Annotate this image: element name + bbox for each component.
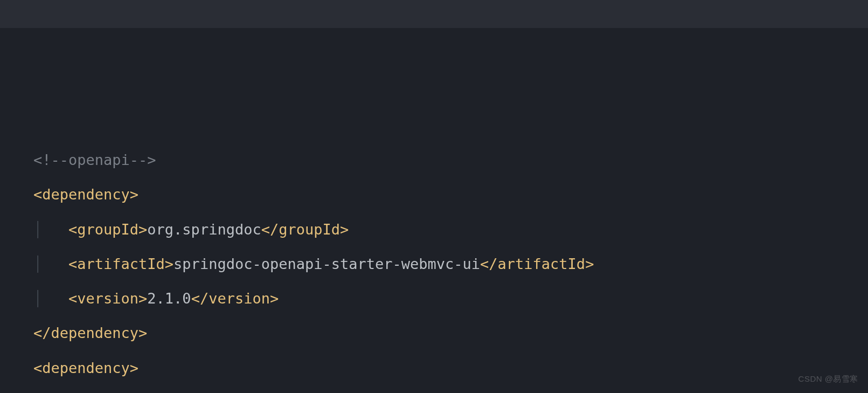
version-value: 2.1.0 <box>147 290 191 307</box>
comment-line: <!--openapi--> <box>33 151 156 168</box>
current-line-highlight <box>0 0 868 28</box>
dependency-open: <dependency> <box>33 186 138 203</box>
comment-open: <!-- <box>33 151 68 168</box>
watermark: CSDN @易雪寒 <box>798 369 858 389</box>
artifactid-value: springdoc-openapi-starter-webmvc-ui <box>173 256 480 272</box>
comment-close: --> <box>130 151 156 168</box>
groupid-line: │ <groupId>org.springdoc</groupId> <box>33 221 349 238</box>
comment-text: openapi <box>68 151 130 168</box>
dependency-open: <dependency> <box>33 360 138 376</box>
code-editor: <!--openapi--> <dependency> │ <groupId>o… <box>0 0 868 393</box>
version-line: │ <version>2.1.0</version> <box>33 290 279 307</box>
code-lines: <!--openapi--> <dependency> │ <groupId>o… <box>33 108 868 393</box>
dependency-close: </dependency> <box>33 325 147 341</box>
artifactid-line: │ <artifactId>springdoc-openapi-starter-… <box>33 256 594 272</box>
groupid-value: org.springdoc <box>147 221 261 238</box>
